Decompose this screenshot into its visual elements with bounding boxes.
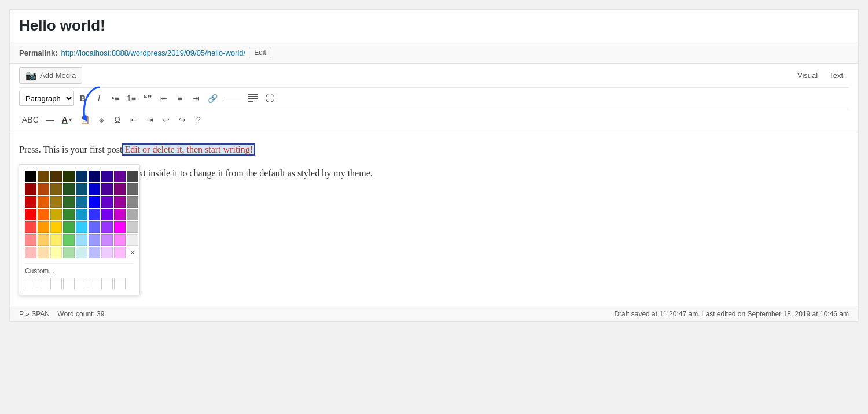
- add-media-button[interactable]: 📷 Add Media: [19, 67, 82, 84]
- color-cell[interactable]: [63, 183, 75, 195]
- color-cell[interactable]: [101, 183, 113, 195]
- color-cell[interactable]: [127, 221, 138, 233]
- color-cell[interactable]: [114, 234, 126, 246]
- color-cell[interactable]: [127, 196, 138, 208]
- color-cell[interactable]: [114, 221, 126, 233]
- custom-color-label[interactable]: Custom...: [25, 267, 54, 275]
- custom-swatch[interactable]: [50, 278, 62, 289]
- color-cell[interactable]: [63, 209, 75, 220]
- color-cell[interactable]: [25, 183, 36, 195]
- custom-swatch[interactable]: [114, 278, 126, 289]
- color-cell[interactable]: [89, 171, 100, 182]
- color-cell[interactable]: [38, 221, 49, 233]
- color-cell[interactable]: [38, 183, 49, 195]
- color-cell[interactable]: [101, 209, 113, 220]
- custom-swatch[interactable]: [38, 278, 49, 289]
- color-cell[interactable]: [89, 247, 100, 258]
- italic-button[interactable]: I: [91, 91, 106, 106]
- custom-swatch[interactable]: [89, 278, 100, 289]
- color-cell[interactable]: [50, 221, 62, 233]
- color-cell[interactable]: [25, 196, 36, 208]
- color-cell[interactable]: [50, 247, 62, 258]
- permalink-url[interactable]: http://localhost:8888/wordpress/2019/09/…: [61, 49, 245, 57]
- color-cell[interactable]: [63, 247, 75, 258]
- color-cell[interactable]: [114, 209, 126, 220]
- strikethrough-button[interactable]: ABC: [19, 112, 42, 127]
- color-cell[interactable]: [101, 221, 113, 233]
- custom-swatch[interactable]: [63, 278, 75, 289]
- custom-swatch[interactable]: [101, 278, 113, 289]
- color-cell[interactable]: [38, 171, 49, 182]
- redo-button[interactable]: ↪: [175, 112, 190, 127]
- color-cell[interactable]: [76, 247, 87, 258]
- color-cell[interactable]: [127, 171, 138, 182]
- ordered-list-button[interactable]: 1≡: [124, 91, 139, 106]
- color-cell[interactable]: [63, 221, 75, 233]
- post-title-input[interactable]: [19, 17, 849, 35]
- color-cell[interactable]: [25, 221, 36, 233]
- color-cell[interactable]: [127, 209, 138, 220]
- outdent-button[interactable]: ⇤: [126, 112, 141, 127]
- link-button[interactable]: 🔗: [205, 91, 220, 106]
- color-cell[interactable]: [76, 234, 87, 246]
- color-cell[interactable]: [38, 234, 49, 246]
- color-cell[interactable]: [50, 209, 62, 220]
- color-cell[interactable]: [114, 196, 126, 208]
- align-left-button[interactable]: ⇤: [156, 91, 171, 106]
- align-right-button[interactable]: ⇥: [189, 91, 204, 106]
- more-button[interactable]: ――: [222, 91, 244, 106]
- color-cell[interactable]: [76, 171, 87, 182]
- color-cell[interactable]: [101, 234, 113, 246]
- indent-button[interactable]: ⇥: [142, 112, 157, 127]
- color-cell[interactable]: [76, 221, 87, 233]
- bold-button[interactable]: B: [75, 91, 90, 106]
- color-cell[interactable]: [50, 183, 62, 195]
- fullscreen-button[interactable]: ⛶: [262, 91, 277, 106]
- color-cell[interactable]: [101, 247, 113, 258]
- color-cell[interactable]: [114, 171, 126, 182]
- color-cell[interactable]: [25, 171, 36, 182]
- unordered-list-button[interactable]: •≡: [108, 91, 123, 106]
- tab-text[interactable]: Text: [823, 69, 849, 82]
- color-cell[interactable]: [76, 209, 87, 220]
- edit-permalink-button[interactable]: Edit: [249, 47, 271, 58]
- color-cell[interactable]: [76, 183, 87, 195]
- color-cell[interactable]: [63, 171, 75, 182]
- color-cell[interactable]: [89, 221, 100, 233]
- color-cell[interactable]: [25, 247, 36, 258]
- color-cell[interactable]: [50, 171, 62, 182]
- hr-button[interactable]: ―: [43, 112, 58, 127]
- kitchen-sink-button[interactable]: [245, 91, 261, 106]
- clear-color-cell[interactable]: ✕: [127, 247, 138, 258]
- color-cell[interactable]: [50, 196, 62, 208]
- special-chars-button[interactable]: Ω: [110, 112, 125, 127]
- tab-visual[interactable]: Visual: [792, 69, 823, 82]
- color-cell[interactable]: [114, 247, 126, 258]
- color-cell[interactable]: [25, 234, 36, 246]
- color-cell[interactable]: [127, 234, 138, 246]
- color-cell[interactable]: [25, 209, 36, 220]
- custom-swatch[interactable]: [76, 278, 87, 289]
- font-color-button[interactable]: A ▼: [59, 112, 76, 127]
- color-cell[interactable]: [89, 183, 100, 195]
- align-center-button[interactable]: ≡: [172, 91, 187, 106]
- color-cell[interactable]: [38, 209, 49, 220]
- color-cell[interactable]: [101, 196, 113, 208]
- undo-button[interactable]: ↩: [159, 112, 174, 127]
- color-cell[interactable]: [114, 183, 126, 195]
- color-cell[interactable]: [63, 234, 75, 246]
- color-cell[interactable]: [89, 196, 100, 208]
- color-cell[interactable]: [38, 247, 49, 258]
- color-cell[interactable]: [127, 183, 138, 195]
- clear-formatting-button[interactable]: ⎈: [94, 112, 109, 127]
- color-cell[interactable]: [76, 196, 87, 208]
- color-cell[interactable]: [38, 196, 49, 208]
- paragraph-format-select[interactable]: Paragraph: [19, 91, 74, 106]
- paste-as-text-button[interactable]: 📋: [77, 112, 93, 127]
- color-cell[interactable]: [50, 234, 62, 246]
- color-cell[interactable]: [63, 196, 75, 208]
- blockquote-button[interactable]: ❝❞: [140, 91, 155, 106]
- color-cell[interactable]: [89, 209, 100, 220]
- color-cell[interactable]: [101, 171, 113, 182]
- custom-swatch[interactable]: [25, 278, 36, 289]
